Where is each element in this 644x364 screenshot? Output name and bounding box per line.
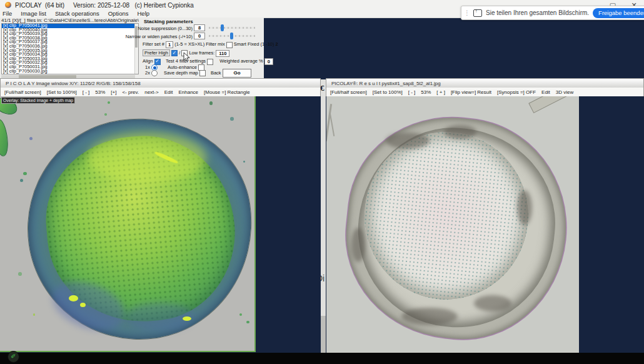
rim-shade bbox=[517, 190, 532, 225]
patches-field[interactable]: 0 bbox=[194, 33, 205, 39]
stacking-parameters-header: Stacking parameters bbox=[144, 19, 193, 24]
overlay-mode-label: Overlay: Stacked image + depth map bbox=[1, 97, 75, 104]
patches-slider[interactable] bbox=[209, 35, 255, 37]
screen-share-banner: ⋮ Sie teilen Ihren gesamten Bildschirm. … bbox=[461, 6, 644, 20]
file-list-header: 41/1 [X]/[_] files in: C:\DataHC\Einzell… bbox=[1, 18, 139, 23]
toolbar-item[interactable]: [ + ] bbox=[436, 89, 445, 95]
toolbar-item[interactable]: Enhance bbox=[178, 89, 198, 95]
specimen-fragment bbox=[0, 118, 9, 157]
weighted-label: Weighted average % bbox=[219, 58, 263, 64]
rim-shade bbox=[401, 308, 458, 325]
drag-handle-icon[interactable]: ⋮ bbox=[464, 9, 470, 16]
file-list-panel: 41/1 [X]/[_] files in: C:\DataHC\Einzell… bbox=[1, 18, 139, 74]
screen: PICOLAY (64 bit) Version: 2025-12-08 (c)… bbox=[0, 0, 644, 364]
toolbar-item[interactable]: 53% bbox=[95, 89, 105, 95]
toolbar-item[interactable]: <- prev. bbox=[122, 89, 139, 95]
debris-dot bbox=[209, 101, 213, 105]
file-list-vertical-scrollbar[interactable] bbox=[134, 24, 138, 74]
noise-suppression-field[interactable]: 8 bbox=[194, 24, 205, 31]
debris-dot bbox=[243, 161, 245, 163]
weighted-field[interactable]: 0 bbox=[264, 58, 273, 65]
stacking-parameters-panel: Stacking parameters Noise suppression (0… bbox=[141, 18, 264, 78]
share-banner-text: Sie teilen Ihren gesamten Bildschirm. bbox=[486, 9, 589, 16]
x2-radio[interactable] bbox=[151, 70, 158, 76]
result-image-view[interactable] bbox=[326, 96, 579, 354]
toolbar-item[interactable]: Edit bbox=[164, 89, 173, 95]
toolbar-item[interactable]: [Full/half screen] bbox=[4, 89, 41, 95]
low-frames-label: Low frames: bbox=[189, 50, 214, 56]
background-strip-shade bbox=[320, 316, 326, 355]
left-window-titlebar[interactable]: P I C O L A Y Image window X/Y: 1126/2 R… bbox=[0, 78, 321, 88]
mouse-cursor bbox=[183, 52, 191, 62]
toolbar-item[interactable]: [+] bbox=[111, 89, 116, 95]
rim-shade bbox=[351, 228, 365, 262]
noise-suppression-slider[interactable] bbox=[209, 27, 255, 29]
toolbar-item[interactable]: [ - ] bbox=[83, 89, 90, 95]
app-title: PICOLAY (64 bit) Version: 2025-12-08 (c)… bbox=[15, 2, 194, 9]
right-window-titlebar[interactable]: PICOLAY®: R e s u l t pystix#1_sap8_5l2_… bbox=[326, 78, 644, 88]
screen-share-icon bbox=[473, 9, 482, 17]
bottom-taskbar: ✐ bbox=[0, 353, 644, 364]
fixed-value[interactable]: 2 bbox=[276, 41, 278, 47]
annotation-pen-icon[interactable]: ✐ bbox=[8, 351, 19, 363]
debris-dot bbox=[239, 313, 242, 316]
go-button[interactable]: Go bbox=[223, 69, 251, 78]
toolbar-item[interactable]: [Set to 100%] bbox=[47, 89, 77, 95]
debris-dot bbox=[246, 321, 249, 323]
menu-image-list[interactable]: Image list bbox=[21, 10, 46, 18]
picolay-logo-icon bbox=[5, 2, 11, 8]
debris-dot bbox=[23, 172, 26, 175]
file-list: [x] clip_P7050041.jpg[x] clip_P7050040.j… bbox=[1, 23, 139, 74]
toolbar-item[interactable]: Edit bbox=[541, 89, 550, 95]
smart-label: Smart bbox=[234, 41, 246, 47]
debris-dot bbox=[29, 137, 33, 140]
test4-checkbox[interactable] bbox=[207, 59, 213, 65]
toolbar-item[interactable]: [Flip view=] Result bbox=[451, 89, 491, 95]
menu-bar: FileImage listStack operationsOptionsHel… bbox=[3, 10, 149, 18]
prefer-high-toggle[interactable]: Prefer High bbox=[143, 49, 170, 56]
toolbar-item[interactable]: [Set to 100%] bbox=[373, 89, 403, 95]
toolbar-item[interactable]: 3D view bbox=[556, 89, 573, 95]
slider-thumb[interactable] bbox=[221, 24, 224, 31]
debris-dot bbox=[33, 313, 36, 316]
image-window-right: PICOLAY®: R e s u l t pystix#1_sap8_5l2_… bbox=[326, 78, 644, 355]
low-frames-field[interactable]: 110 bbox=[216, 50, 229, 57]
toolbar-item[interactable]: [Full/half screen] bbox=[330, 89, 367, 95]
menu-file[interactable]: File bbox=[3, 10, 12, 18]
image-window-left: P I C O L A Y Image window X/Y: 1126/2 R… bbox=[0, 78, 321, 353]
patches-label: Narrow or widen patches (-/+10) bbox=[126, 34, 193, 39]
menu-options[interactable]: Options bbox=[108, 10, 129, 18]
autoenhance-label: Auto-enhance bbox=[168, 64, 197, 70]
debris-dot bbox=[230, 117, 234, 121]
smart-checkbox[interactable] bbox=[226, 42, 233, 48]
toolbar-item[interactable]: 53% bbox=[421, 89, 431, 95]
main-window-client: 41/1 [X]/[_] files in: C:\DataHC\Einzell… bbox=[0, 18, 264, 78]
filter-set-field[interactable]: 1 bbox=[166, 41, 173, 48]
stacked-image-view[interactable]: Overlay: Stacked image + depth map bbox=[0, 96, 256, 352]
toolbar-item[interactable]: [Mouse =] Rectangle bbox=[204, 89, 250, 95]
toolbar-item[interactable]: [ - ] bbox=[408, 89, 416, 95]
rim-shade bbox=[474, 295, 511, 311]
noise-suppression-label: Noise suppression (0...30) bbox=[138, 26, 193, 31]
background-partial-text: Di bbox=[320, 273, 325, 283]
x1-label: 1x bbox=[145, 64, 150, 70]
toolbar-item[interactable]: [Synopsis =] OFF bbox=[497, 89, 536, 95]
list-item[interactable]: [x] clip_P7050030.jpg bbox=[2, 69, 138, 74]
left-window-title: P I C O L A Y Image window X/Y: 1126/2 R… bbox=[6, 81, 141, 86]
savedepth-checkbox[interactable] bbox=[199, 70, 206, 76]
fixed-label: Fixed (1 -10) bbox=[248, 41, 274, 47]
bright-spot bbox=[69, 295, 78, 301]
x2-label: 2x bbox=[145, 70, 150, 76]
debris-dot bbox=[20, 179, 23, 182]
stop-sharing-button[interactable]: Freigabe beenden bbox=[593, 8, 644, 18]
menu-stack-operations[interactable]: Stack operations bbox=[55, 10, 99, 18]
left-window-toolbar: [Full/half screen][Set to 100%][ - ]53%[… bbox=[0, 88, 321, 96]
back-label[interactable]: Back bbox=[211, 70, 221, 76]
prefer-high-checkbox[interactable] bbox=[171, 50, 178, 56]
menu-help[interactable]: Help bbox=[137, 10, 149, 18]
bright-spot bbox=[80, 303, 86, 307]
rim-shade bbox=[444, 125, 476, 139]
slider-thumb[interactable] bbox=[230, 33, 233, 39]
align-checkbox[interactable] bbox=[154, 59, 161, 65]
toolbar-item[interactable]: next-> bbox=[144, 89, 158, 95]
